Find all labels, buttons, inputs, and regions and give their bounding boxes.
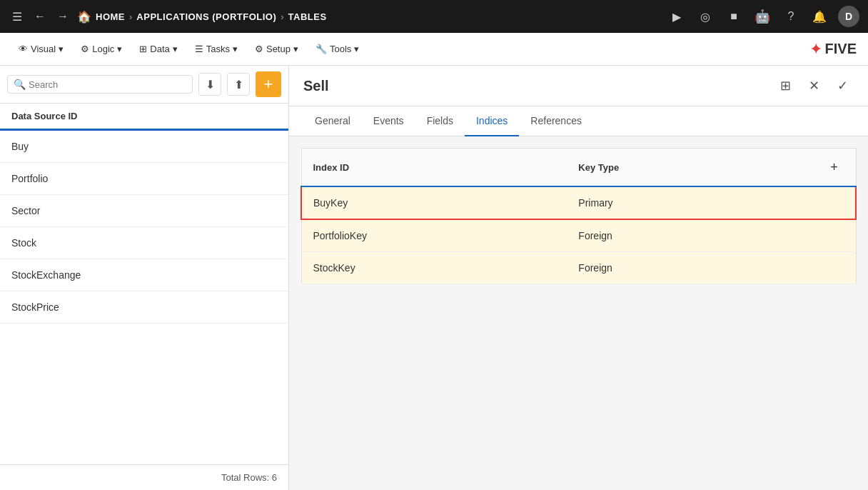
tab-indices[interactable]: Indices (465, 106, 519, 136)
data-icon: ⊞ (139, 44, 147, 54)
add-button[interactable]: + (256, 71, 281, 97)
nav-data-label: Data (150, 44, 169, 54)
tabs: General Events Fields Indices References (289, 106, 868, 136)
tab-events[interactable]: Events (362, 106, 415, 136)
breadcrumb-tables[interactable]: TABLES (288, 11, 327, 22)
table-row[interactable]: PortfolioKey Foreign (301, 219, 856, 252)
index-id-cell: PortfolioKey (301, 219, 567, 252)
nav-setup[interactable]: ⚙ Setup ▾ (248, 39, 306, 59)
breadcrumb-sep1: › (129, 11, 132, 22)
nav-visual[interactable]: 👁 Visual ▾ (11, 39, 71, 59)
second-nav: 👁 Visual ▾ ⚙ Logic ▾ ⊞ Data ▾ ☰ Tasks ▾ … (0, 33, 868, 66)
upload-btn[interactable]: ⬆ (227, 73, 250, 96)
grid-view-btn[interactable]: ⊞ (774, 74, 797, 97)
data-arrow: ▾ (173, 44, 178, 54)
search-wrap: 🔍 (7, 75, 193, 94)
back-icon[interactable]: ← (31, 8, 49, 25)
robot-icon[interactable]: 🤖 (752, 6, 772, 26)
sidebar-item-sector[interactable]: Sector (0, 195, 288, 227)
page-title: Sell (303, 78, 774, 94)
key-type-cell: Foreign (567, 219, 856, 252)
nav-visual-label: Visual (31, 44, 56, 54)
total-rows-label: Total Rows: 6 (221, 472, 277, 483)
visual-arrow: ▾ (59, 44, 64, 54)
breadcrumb-home[interactable]: HOME (96, 11, 125, 22)
top-nav: ☰ ← → 🏠 HOME › APPLICATIONS (PORTFOLIO) … (0, 0, 868, 33)
top-nav-right: ▶ ◎ ■ 🤖 ? 🔔 D (667, 6, 859, 27)
sidebar-item-buy[interactable]: Buy (0, 131, 288, 163)
index-id-cell: StockKey (301, 252, 567, 284)
col-index-id-label: Index ID (313, 162, 350, 173)
nav-logic[interactable]: ⚙ Logic ▾ (74, 39, 129, 59)
content-area: Sell ⊞ ✕ ✓ General Events Fields Indices… (289, 66, 868, 490)
col-key-type-label: Key Type (578, 162, 619, 173)
five-logo-text: FIVE (825, 41, 857, 57)
tab-references[interactable]: References (519, 106, 593, 136)
sidebar-item-stock[interactable]: Stock (0, 227, 288, 259)
breadcrumb-app[interactable]: APPLICATIONS (PORTFOLIO) (136, 11, 276, 22)
nav-tools-label: Tools (330, 44, 351, 54)
breadcrumb: 🏠 HOME › APPLICATIONS (PORTFOLIO) › TABL… (77, 10, 327, 24)
close-btn[interactable]: ✕ (802, 74, 825, 97)
sidebar-item-stockexchange[interactable]: StockExchange (0, 259, 288, 291)
sidebar-item-stockprice[interactable]: StockPrice (0, 291, 288, 324)
help-icon[interactable]: ? (781, 6, 801, 26)
tab-fields[interactable]: Fields (415, 106, 465, 136)
five-logo-icon: ✦ (809, 40, 822, 59)
col-header-key-type: Key Type + (567, 149, 855, 186)
table-header-row: Index ID Key Type + (301, 149, 856, 187)
tools-icon: 🔧 (316, 44, 327, 54)
five-logo: ✦ FIVE (809, 40, 857, 59)
play-icon[interactable]: ▶ (667, 6, 687, 26)
header-actions: ⊞ ✕ ✓ (774, 74, 854, 97)
stop-icon[interactable]: ■ (724, 6, 744, 26)
tab-general[interactable]: General (303, 106, 362, 136)
sidebar-list: Buy Portfolio Sector Stock StockExchange… (0, 131, 288, 464)
avatar[interactable]: D (838, 6, 859, 27)
nav-tasks-label: Tasks (206, 44, 230, 54)
tasks-icon: ☰ (195, 44, 203, 54)
forward-icon[interactable]: → (54, 8, 71, 25)
setup-icon: ⚙ (255, 44, 263, 54)
download-btn[interactable]: ⬇ (198, 73, 221, 96)
search-circle-icon[interactable]: ◎ (695, 6, 715, 26)
menu-icon[interactable]: ☰ (9, 8, 26, 25)
top-nav-left: ☰ ← → 🏠 HOME › APPLICATIONS (PORTFOLIO) … (9, 8, 661, 25)
logic-arrow: ▾ (117, 44, 122, 54)
sidebar-column-header: Data Source ID (0, 104, 288, 131)
confirm-btn[interactable]: ✓ (831, 74, 854, 97)
tools-arrow: ▾ (354, 44, 359, 54)
sidebar: 🔍 ⬇ ⬆ + Data Source ID Buy Portfolio Sec… (0, 66, 289, 490)
main-area: 🔍 ⬇ ⬆ + Data Source ID Buy Portfolio Sec… (0, 66, 868, 490)
nav-tasks[interactable]: ☰ Tasks ▾ (188, 39, 245, 59)
nav-setup-label: Setup (266, 44, 291, 54)
key-type-cell: Foreign (567, 252, 856, 284)
logic-icon: ⚙ (81, 44, 89, 54)
sidebar-item-portfolio[interactable]: Portfolio (0, 163, 288, 195)
tasks-arrow: ▾ (233, 44, 238, 54)
nav-data[interactable]: ⊞ Data ▾ (132, 39, 184, 59)
eye-icon: 👁 (19, 44, 28, 54)
indices-table: Index ID Key Type + BuyKey Primary (301, 148, 857, 284)
col-header-index-id: Index ID (301, 149, 567, 187)
key-type-cell: Primary (567, 186, 856, 219)
setup-arrow: ▾ (293, 44, 298, 54)
table-row[interactable]: StockKey Foreign (301, 252, 856, 284)
nav-logic-label: Logic (92, 44, 114, 54)
table-row[interactable]: BuyKey Primary (301, 186, 856, 219)
sidebar-footer: Total Rows: 6 (0, 464, 288, 490)
bell-icon[interactable]: 🔔 (809, 6, 829, 26)
index-id-cell: BuyKey (301, 186, 567, 219)
nav-tools[interactable]: 🔧 Tools ▾ (308, 39, 366, 59)
sidebar-toolbar: 🔍 ⬇ ⬆ + (0, 66, 288, 104)
content-header: Sell ⊞ ✕ ✓ (289, 66, 868, 106)
search-magnifier-icon: 🔍 (14, 79, 26, 90)
search-input[interactable] (29, 79, 186, 90)
home-icon: 🏠 (77, 10, 91, 24)
add-row-btn[interactable]: + (824, 157, 844, 177)
table-area: Index ID Key Type + BuyKey Primary (289, 136, 868, 490)
breadcrumb-sep2: › (281, 11, 283, 22)
